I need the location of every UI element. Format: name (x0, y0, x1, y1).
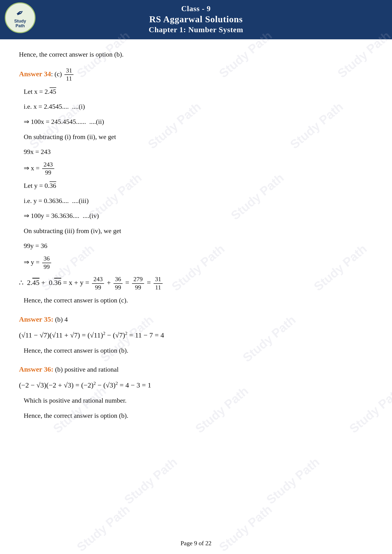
pen-icon: ✒ (14, 6, 27, 20)
answer35-conclusion: Hence, the correct answer is option (b). (24, 345, 373, 356)
overline-45: 45 (49, 88, 56, 95)
frac-279-99: 279 99 (132, 276, 144, 291)
ie-x-line: i.e. x = 2.4545.... ....(i) (24, 101, 373, 112)
logo-circle: ✒ StudyPath (5, 2, 35, 33)
let-x-line: Let x = 2.45 (24, 86, 373, 97)
subtr-note1: On subtracting (i) from (ii), we get (24, 131, 373, 143)
answer36-conclusion: Hence, the correct answer is option (b). (24, 410, 373, 421)
sup2b: 2 (125, 331, 127, 336)
x-frac-line: ⇒ x = 243 99 (24, 161, 373, 176)
frac-243-99: 243 99 (92, 276, 104, 291)
page-number: Page 9 of 22 (181, 540, 212, 547)
answer35-section: Answer 35: (b) 4 (√11 − √7)(√11 + √7) = … (19, 313, 373, 356)
intro-line: Hence, the correct answer is option (b). (19, 49, 373, 60)
sup2a: 2 (103, 331, 105, 336)
page-content: Hence, the correct answer is option (b).… (0, 39, 392, 447)
let-y-line: Let y = 0.36 (24, 180, 373, 191)
answer36-note1: Which is positive and rational number. (24, 395, 373, 406)
eq99y: 99y = 36 (24, 240, 373, 251)
page-footer: Page 9 of 22 (0, 540, 392, 547)
answer34-fraction: 31 11 (63, 70, 74, 78)
answer34-section: Answer 34: (c) 31 11 Let x = 2.45 i.e. x… (19, 67, 373, 306)
header-book: RS Aggarwal Solutions (5, 14, 387, 24)
100x-line: ⇒ 100x = 245.4545...... ....(ii) (24, 116, 373, 127)
page-header: ✒ StudyPath Class - 9 RS Aggarwal Soluti… (0, 0, 392, 39)
watermark-text: Study Path (121, 455, 180, 507)
answer34-frac-display: 31 11 (64, 67, 73, 82)
header-class: Class - 9 (5, 4, 387, 13)
answer34-option: : (c) (51, 70, 63, 78)
sup2d: 2 (116, 381, 118, 386)
answer35-math: (√11 − √7)(√11 + √7) = (√11)2 − (√7)2 = … (19, 329, 373, 341)
header-chapter: Chapter 1: Number System (5, 25, 387, 34)
answer36-section: Answer 36: (b) positive and rational (−2… (19, 363, 373, 421)
ie-y-line: i.e. y = 0.3636.... ....(iii) (24, 195, 373, 207)
logo-container: ✒ StudyPath (5, 2, 35, 33)
answer34-heading: Answer 34: (c) 31 11 (19, 67, 373, 82)
answer34-label: Answer 34 (19, 70, 51, 78)
y-fraction: 36 99 (42, 255, 51, 270)
answer36-label: Answer 36: (19, 365, 53, 373)
overline-36: 36 (49, 182, 56, 189)
answer34-conclusion: Hence, the correct answer is option (c). (24, 295, 373, 306)
answer35-heading: Answer 35: (b) 4 (19, 313, 373, 325)
100y-line: ⇒ 100y = 36.3636.... ....(iv) (24, 210, 373, 222)
x-fraction: 243 99 (42, 161, 54, 176)
therefore-line: ∴ 2.45 + 0.36 = x + y = 243 99 + 36 99 =… (19, 276, 373, 291)
y-frac-line: ⇒ y = 36 99 (24, 255, 373, 270)
answer36-math: (−2 − √3)(−2 + √3) = (−2)2 − (√3)2 = 4 −… (19, 379, 373, 391)
sup2c: 2 (93, 381, 96, 386)
eq99x: 99x = 243 (24, 146, 373, 158)
watermark-text: Study Path (264, 455, 322, 507)
answer36-option: (b) positive and rational (55, 366, 119, 373)
answer36-heading: Answer 36: (b) positive and rational (19, 363, 373, 375)
subtr-note2: On subtracting (iii) from (iv), we get (24, 225, 373, 237)
answer35-option: (b) 4 (55, 316, 68, 323)
answer35-label: Answer 35: (19, 315, 53, 323)
logo-text: StudyPath (14, 19, 26, 28)
frac-36-99: 36 99 (113, 276, 123, 291)
frac-31-11: 31 11 (154, 276, 163, 291)
